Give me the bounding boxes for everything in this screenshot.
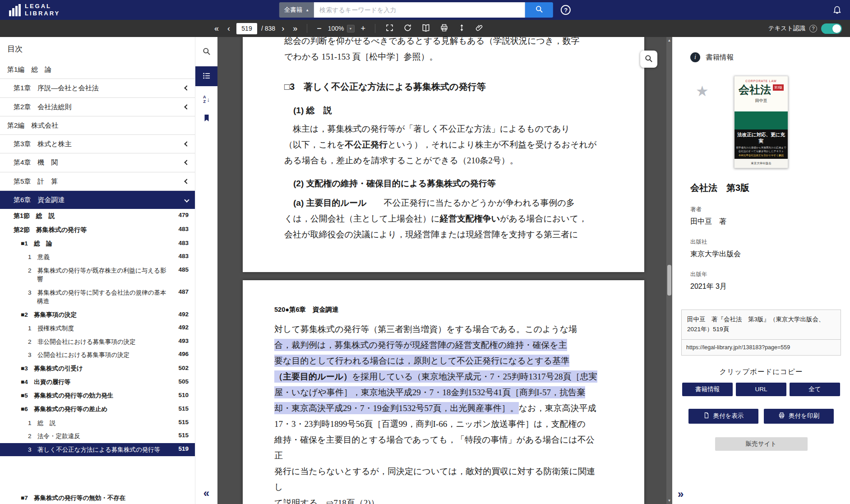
collapse-sidebar-button[interactable]: « (195, 487, 217, 499)
print-colophon-button[interactable]: 奥付を印刷 (764, 409, 834, 424)
rotate-page-button[interactable] (401, 23, 415, 34)
page-number-input[interactable] (236, 23, 257, 34)
toc-item[interactable]: 第2章 会社法総則 (0, 98, 195, 116)
toc-title: 目次 (0, 37, 195, 60)
author-value: 田中亘 著 (690, 217, 850, 227)
favorite-star-icon[interactable]: ★ (696, 84, 709, 98)
toc-column: 目次 第1編 総 論第1章 序説―会社と会社法第2章 会社法総則第2編 株式会社… (0, 37, 195, 504)
next-page-button[interactable]: › (279, 23, 286, 33)
sort-az-button[interactable]: AZ↓ (203, 95, 210, 104)
toc-item[interactable]: 2 募集株式の発行等が既存株主の利益に与える影響485 (0, 264, 195, 286)
cover-publisher: 東京大学出版会 (735, 159, 788, 168)
toc-item[interactable]: 第3章 株式と株主 (0, 135, 195, 153)
toc-item[interactable]: ■5 募集株式の発行等の効力発生510 (0, 389, 195, 402)
paperclip-icon (475, 23, 484, 33)
caret-down-icon: ▼ (347, 25, 355, 32)
toc-item[interactable]: 第6章 資金調達 (0, 191, 195, 209)
info-icon[interactable]: i (690, 52, 700, 62)
toc-item-label: ■3 募集株式の引受け (21, 365, 172, 373)
toc-item[interactable]: ■4 出資の履行等505 (0, 375, 195, 389)
logo-text: LEGAL LIBRARY (25, 3, 60, 18)
zoom-level-dropdown[interactable]: 100% ▼ (328, 25, 355, 32)
toc-item[interactable]: 第2編 株式会社 (0, 116, 195, 135)
cover-tagline: 法改正に対応、更に充実 (736, 132, 786, 144)
book-cover-image[interactable]: CORPORATE LAW 会社法 第3版 田中亘 法改正に対応、更に充実 初学… (734, 76, 788, 168)
bookmark-button[interactable] (203, 113, 211, 124)
previous-page-button[interactable]: ‹ (225, 23, 232, 33)
last-page-button[interactable]: » (291, 23, 300, 33)
toc-item[interactable]: ■7 募集株式の発行等の無効・不存在 (0, 491, 195, 504)
cover-green-band (735, 111, 788, 129)
toc-item[interactable]: 1 授権株式制度492 (0, 322, 195, 335)
search-input[interactable] (314, 2, 525, 18)
up-down-arrows-icon (458, 23, 466, 33)
scroll-mode-button[interactable] (455, 23, 468, 34)
toc-item[interactable]: ■1 総 論483 (0, 237, 195, 250)
toc-item[interactable]: 3 募集株式の発行等に関する会社法の規律の基本構造487 (0, 286, 195, 308)
zoom-in-button[interactable]: + (359, 23, 368, 33)
two-page-view-button[interactable] (419, 23, 433, 35)
page-total-label: / 838 (261, 25, 275, 32)
cover-black-band: 法改正に対応、更に充実 初学者向けの基礎から実務家向けの応用まで 会社法のすべて… (735, 129, 788, 159)
toc-item[interactable]: ■3 募集株式の引受け502 (0, 362, 195, 375)
page-text-line: 屋・いなげや事件］，東京地決平成29・7・18金判1532号41頁［商判I-57… (274, 384, 601, 400)
toc-item[interactable]: 2 法令・定款違反515 (0, 430, 195, 443)
page-magnifier-button[interactable] (640, 51, 657, 68)
toc-item[interactable]: 第2節 募集株式の発行等483 (0, 223, 195, 237)
scroll-up-button[interactable]: ▲ (666, 38, 672, 42)
toc-search-button[interactable] (202, 47, 211, 57)
copy-book-info-button[interactable]: 書籍情報 (682, 383, 733, 396)
copy-url-button[interactable]: URL (736, 383, 786, 396)
text-recognition-label: テキスト認識 (768, 24, 805, 32)
show-colophon-button[interactable]: 奥付を表示 (688, 409, 758, 424)
toc-item[interactable]: ■6 募集株式の発行等の差止め515 (0, 402, 195, 416)
print-button[interactable] (437, 23, 451, 34)
toc-item-label: 第4章 機 関 (14, 158, 182, 167)
toc-item[interactable]: 第1節 総 説479 (0, 209, 195, 223)
zoom-out-button[interactable]: − (314, 23, 324, 33)
toc-item[interactable]: 2 非公開会社における募集事項の決定493 (0, 335, 195, 349)
toc-item[interactable]: 第1章 序説―会社と会社法 (0, 79, 195, 97)
toc-item-page: 519 (178, 445, 189, 452)
page-text-line: (a) 主要目的ルール 不公正発行に当たるかどうかが争われる事例の多 (284, 195, 605, 211)
copy-all-button[interactable]: 全て (790, 383, 840, 396)
search-scope-label: 全書籍 (284, 6, 303, 14)
logo-bars-icon (9, 4, 21, 16)
page-text-line: （以下，これを不公正発行という），それにより株主が不利益を受けるおそれが (284, 137, 605, 153)
fit-to-screen-button[interactable] (383, 23, 397, 34)
toc-item[interactable]: 第5章 計 算 (0, 172, 195, 191)
first-page-button[interactable]: « (212, 23, 221, 33)
cover-series-label: CORPORATE LAW (735, 79, 788, 83)
toc-item[interactable]: 3 公開会社における募集事項の決定496 (0, 348, 195, 362)
printer-icon (440, 23, 448, 33)
toc-item[interactable]: 3 著しく不公正な方法による募集株式の発行等519 (0, 443, 195, 457)
toc-item-label: 3 著しく不公正な方法による募集株式の発行等 (28, 445, 172, 454)
text-recognition-help-icon[interactable]: ? (809, 25, 817, 32)
toc-list-view-button[interactable] (195, 66, 218, 86)
help-icon[interactable]: ? (561, 5, 571, 15)
expand-panel-button[interactable]: » (678, 488, 684, 500)
sort-az-icon: AZ↓ (203, 95, 210, 104)
vertical-scrollbar[interactable]: ▲ ▼ (666, 37, 672, 504)
search-button[interactable] (525, 2, 553, 18)
attachment-button[interactable] (472, 23, 486, 34)
search-scope-dropdown[interactable]: 全書籍 ▲ (279, 2, 314, 18)
toc-item[interactable]: 第1編 総 論 (0, 60, 195, 79)
store-site-button[interactable]: 販売サイト (715, 437, 808, 451)
list-icon (202, 71, 211, 82)
scrollbar-thumb[interactable] (667, 265, 671, 296)
page-text-line: 株主は，募集株式の発行等が「著しく不公正な方法」によるものであり (284, 121, 605, 137)
scroll-down-button[interactable]: ▼ (666, 499, 672, 503)
toc-item[interactable]: 1 総 説515 (0, 416, 195, 430)
notification-bell-icon[interactable] (832, 5, 842, 16)
toc-item[interactable]: 第4章 機 関 (0, 153, 195, 172)
legal-library-logo[interactable]: LEGAL LIBRARY (9, 3, 60, 18)
colophon-buttons-row: 奥付を表示 奥付を印刷 (672, 409, 850, 424)
page-text-line: ある場合も，差止めを請求することができる（210条2号）。 (284, 153, 605, 168)
toc-item[interactable]: 1 意義483 (0, 250, 195, 264)
toc-item-page: 515 (178, 405, 189, 412)
author-label: 著者 (690, 206, 850, 213)
page-text-line: 会社が取締役会の決議により，現経営陣または現経営陣を支持する第三者に (284, 227, 605, 242)
toc-item[interactable]: ■2 募集事項の決定492 (0, 308, 195, 322)
text-recognition-toggle[interactable] (821, 23, 842, 34)
